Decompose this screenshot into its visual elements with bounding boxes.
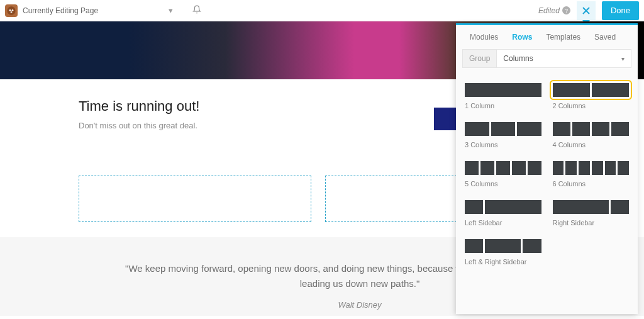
filter-selected: Columns [503, 54, 533, 63]
top-right: Edited ? Done [538, 1, 639, 20]
top-bar: Currently Editing Page ▾ Edited ? Done [0, 0, 644, 21]
row-label: 1 Column [465, 102, 541, 109]
row-label: Left Sidebar [465, 219, 541, 227]
column-dropzone[interactable] [79, 176, 311, 222]
row-left-sidebar[interactable]: Left Sidebar [465, 200, 541, 227]
tab-templates[interactable]: Templates [546, 33, 580, 42]
row-6-columns[interactable]: 6 Columns [553, 161, 630, 187]
close-panel-button[interactable] [577, 1, 596, 20]
row-left-right-sidebar[interactable]: Left & Right Sidebar [465, 239, 541, 266]
done-label: Done [611, 6, 630, 15]
svg-rect-3 [11, 11, 13, 13]
svg-point-0 [7, 6, 15, 14]
done-button[interactable]: Done [602, 1, 639, 20]
row-right-sidebar[interactable]: Right Sidebar [553, 200, 630, 227]
beaver-logo-icon [5, 4, 18, 17]
row-label: 5 Columns [465, 180, 541, 187]
help-icon[interactable]: ? [562, 6, 570, 14]
panel-filter: Group Columns ▾ [456, 49, 638, 74]
row-label: 6 Columns [553, 180, 630, 187]
content-panel: Modules Rows Templates Saved Group Colum… [456, 23, 638, 314]
svg-point-1 [9, 9, 11, 11]
tab-rows[interactable]: Rows [512, 33, 532, 42]
notifications-bell-icon[interactable] [192, 5, 201, 16]
edited-label: Edited [538, 6, 560, 15]
top-left: Currently Editing Page [5, 4, 98, 17]
rows-grid: 1 Column 2 Columns 3 Columns 4 Columns 5… [456, 74, 638, 266]
cta-button-partial[interactable] [434, 108, 456, 130]
row-3-columns[interactable]: 3 Columns [465, 122, 541, 148]
filter-select[interactable]: Columns ▾ [496, 49, 631, 68]
filter-group-label: Group [462, 49, 496, 68]
chevron-down-icon: ▾ [621, 55, 625, 62]
row-label: Left & Right Sidebar [465, 258, 541, 266]
tab-saved[interactable]: Saved [594, 33, 616, 42]
row-label: 3 Columns [465, 141, 541, 148]
row-1-column[interactable]: 1 Column [465, 83, 541, 109]
row-label: 2 Columns [553, 102, 630, 109]
tab-modules[interactable]: Modules [470, 33, 498, 42]
row-label: 4 Columns [553, 141, 630, 148]
row-5-columns[interactable]: 5 Columns [465, 161, 541, 187]
page-title: Currently Editing Page [23, 6, 98, 15]
row-2-columns[interactable]: 2 Columns [553, 83, 630, 109]
row-label: Right Sidebar [553, 219, 630, 227]
row-4-columns[interactable]: 4 Columns [553, 122, 630, 148]
svg-point-2 [12, 9, 14, 11]
page-dropdown-chevron-icon[interactable]: ▾ [169, 6, 173, 15]
edited-indicator: Edited ? [538, 6, 570, 15]
panel-tabs: Modules Rows Templates Saved [456, 25, 638, 49]
